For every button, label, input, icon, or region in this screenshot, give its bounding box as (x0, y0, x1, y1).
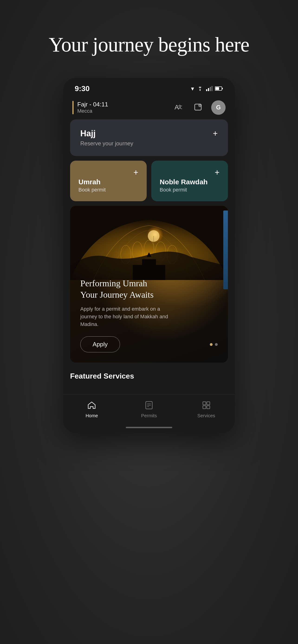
nav-services[interactable]: Services (178, 399, 235, 418)
prayer-info: Fajr - 04:11 Mecca (72, 101, 108, 114)
svg-rect-29 (203, 402, 206, 405)
top-actions: A 文 G (172, 100, 226, 115)
featured-services-title: Featured Services (70, 372, 228, 380)
hajj-subtitle: Reserve your journey (80, 140, 133, 147)
status-bar: 9:30 ▾ (63, 78, 235, 96)
svg-rect-30 (207, 402, 210, 405)
rawdah-plus-button[interactable]: + (215, 168, 219, 177)
banner-footer: Apply (80, 336, 218, 352)
rawdah-card-top: + (160, 168, 219, 177)
hajj-plus-button[interactable]: + (213, 129, 218, 138)
wifi-icon: ▾ (191, 85, 194, 92)
carousel-dot-1[interactable] (210, 343, 213, 346)
home-indicator (126, 427, 172, 428)
nav-home[interactable]: Home (63, 399, 120, 418)
svg-rect-6 (222, 88, 223, 89)
banner-heading: Performing Umrah Your Journey Awaits (80, 278, 218, 301)
prayer-location: Mecca (77, 108, 108, 114)
svg-rect-32 (207, 406, 210, 409)
permits-label: Permits (141, 413, 157, 418)
svg-rect-31 (203, 406, 206, 409)
umrah-subtitle: Book permit (79, 187, 138, 193)
bottom-nav: Home Permits (63, 394, 235, 425)
umrah-plus-button[interactable]: + (133, 168, 138, 177)
home-indicator-container (63, 425, 235, 433)
hajj-card[interactable]: Hajj Reserve your journey + (70, 120, 228, 156)
rawdah-card-info: Noble Rawdah Book permit (160, 178, 219, 193)
svg-text:文: 文 (178, 104, 182, 110)
hero-title: Your journey begins here (49, 32, 249, 57)
svg-point-12 (199, 105, 200, 106)
home-icon (86, 399, 98, 411)
hajj-title: Hajj (80, 129, 133, 138)
rawdah-title: Noble Rawdah (160, 178, 219, 186)
banner-description: Apply for a permit and embark on a journ… (80, 305, 173, 328)
carousel-dots (210, 343, 218, 346)
main-content: Hajj Reserve your journey + + Umrah Book… (63, 120, 235, 363)
svg-rect-2 (208, 88, 209, 91)
prayer-text: Fajr - 04:11 Mecca (77, 101, 108, 114)
battery-icon-svg (215, 86, 223, 91)
rawdah-subtitle: Book permit (160, 187, 219, 193)
page-wrapper: Your journey begins here 9:30 ▾ (0, 0, 298, 644)
translate-button[interactable]: A 文 (172, 101, 185, 114)
carousel-dot-2[interactable] (215, 343, 218, 346)
signal-icon-svg (206, 86, 213, 91)
screen-button[interactable] (192, 101, 205, 114)
status-icons: ▾ (191, 85, 223, 92)
svg-rect-3 (210, 87, 211, 91)
umrah-card-top: + (79, 168, 138, 177)
svg-point-0 (200, 90, 200, 91)
featured-services-section: Featured Services (63, 370, 235, 385)
wifi-icon-svg (196, 86, 204, 91)
umrah-title: Umrah (79, 178, 138, 186)
permits-icon (143, 399, 155, 411)
top-bar: Fajr - 04:11 Mecca A 文 (63, 96, 235, 120)
banner-heading-text: Performing Umrah Your Journey Awaits (80, 278, 154, 300)
banner-card: Performing Umrah Your Journey Awaits App… (70, 206, 228, 363)
banner-content: Performing Umrah Your Journey Awaits App… (70, 206, 228, 363)
cards-row: + Umrah Book permit + Noble Rawdah Book … (70, 161, 228, 201)
nav-permits[interactable]: Permits (120, 399, 178, 418)
hajj-info: Hajj Reserve your journey (80, 129, 133, 147)
prayer-name: Fajr - 04:11 (77, 101, 108, 108)
avatar-button[interactable]: G (211, 100, 226, 115)
svg-rect-4 (211, 86, 213, 91)
umrah-card[interactable]: + Umrah Book permit (70, 161, 147, 201)
home-label: Home (86, 413, 98, 418)
featured-cards-placeholder (63, 385, 235, 394)
umrah-card-info: Umrah Book permit (79, 178, 138, 193)
rawdah-card[interactable]: + Noble Rawdah Book permit (151, 161, 228, 201)
services-icon (200, 399, 212, 411)
phone-frame: 9:30 ▾ (63, 78, 235, 433)
status-time: 9:30 (75, 84, 90, 93)
prayer-indicator (72, 101, 74, 114)
svg-rect-1 (206, 89, 207, 91)
services-label: Services (197, 413, 215, 418)
svg-rect-7 (215, 87, 219, 90)
apply-button[interactable]: Apply (80, 336, 120, 352)
